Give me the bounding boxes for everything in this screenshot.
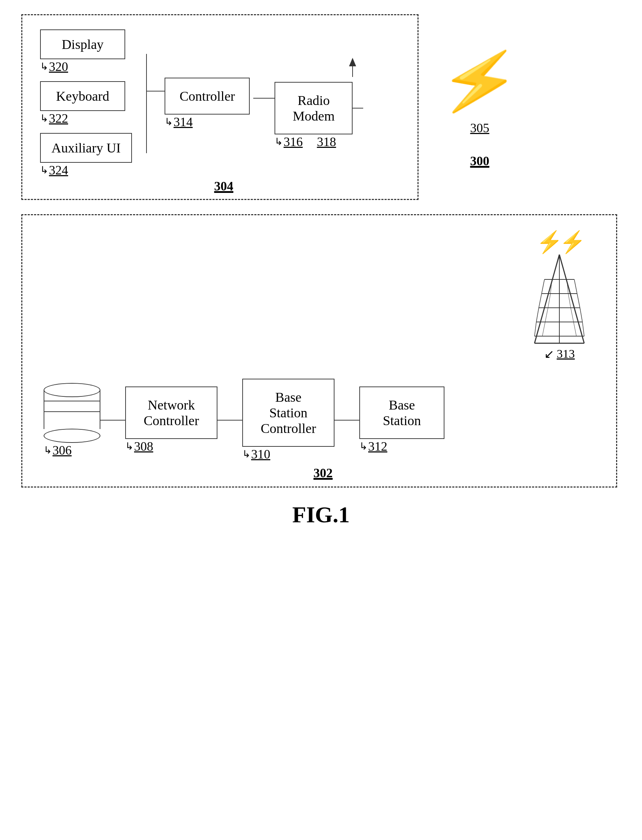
network-controller-wrapper: NetworkController ↳ 308 xyxy=(125,387,217,454)
bsc-box: BaseStationController xyxy=(242,379,334,447)
svg-line-15 xyxy=(582,322,584,336)
bs-wrapper: BaseStation ↳ 312 xyxy=(359,387,444,454)
keyboard-label: Keyboard xyxy=(56,89,109,104)
antenna-area xyxy=(274,58,363,81)
cell-tower-group: ⚡⚡ xyxy=(524,230,595,361)
svg-line-9 xyxy=(539,294,541,308)
bottom-section: ⚡⚡ xyxy=(21,214,621,487)
bs-box: BaseStation xyxy=(359,387,444,439)
keyboard-box: Keyboard xyxy=(40,81,125,111)
drum-line2 xyxy=(44,411,100,412)
left-connector-area xyxy=(146,43,147,164)
network-controller-box: NetworkController xyxy=(125,387,217,439)
auxiliary-label: Auxiliary UI xyxy=(52,141,121,155)
server-drum-icon xyxy=(44,383,101,443)
bs-label: BaseStation xyxy=(383,398,421,428)
keyboard-number: ↳322 xyxy=(40,111,68,126)
top-section: Display ↳320 Keyboard ↳322 xyxy=(21,14,621,200)
nc-to-bsc-connector xyxy=(217,420,242,421)
bottom-content: ⚡⚡ xyxy=(44,230,595,462)
modem-number: ↳316 xyxy=(274,134,303,149)
server-to-nc-connector xyxy=(101,420,125,421)
tower-area: ⚡⚡ xyxy=(44,230,595,361)
svg-line-20 xyxy=(545,308,548,322)
top-box-inner: Display ↳320 Keyboard ↳322 xyxy=(40,29,400,178)
page-container: Display ↳320 Keyboard ↳322 xyxy=(0,0,642,840)
h-connector-to-controller xyxy=(147,91,165,91)
drum-line1 xyxy=(44,401,100,401)
svg-line-21 xyxy=(571,308,574,322)
display-label: Display xyxy=(62,37,104,52)
drum-bottom xyxy=(44,429,101,443)
network-controller-label: NetworkController xyxy=(144,398,199,428)
svg-line-14 xyxy=(580,308,582,322)
antenna xyxy=(349,58,356,77)
figure-caption: FIG.1 xyxy=(292,502,350,528)
wireless-signal-icon: ⚡ xyxy=(435,43,525,120)
network-row: ↳ 306 NetworkController ↳ 308 xyxy=(44,379,444,462)
antenna-number: 318 xyxy=(317,134,336,149)
bsc-to-bs-connector xyxy=(334,420,359,421)
bsc-number: ↳ 310 xyxy=(242,447,270,462)
box-304-label: 304 xyxy=(214,177,233,194)
server-wrapper: ↳ 306 xyxy=(44,383,101,458)
radio-modem-label: RadioModem xyxy=(293,93,334,123)
nc-number: ↳ 308 xyxy=(125,439,153,454)
svg-line-1 xyxy=(559,254,584,343)
network-box-302: ⚡⚡ xyxy=(21,214,617,487)
device-box-304: Display ↳320 Keyboard ↳322 xyxy=(21,14,418,200)
vertical-bracket-line xyxy=(146,54,147,153)
auxiliary-wrapper: Auxiliary UI ↳324 xyxy=(40,133,132,178)
outer-300-label: 300 xyxy=(470,150,490,169)
auxiliary-box: Auxiliary UI xyxy=(40,133,132,163)
svg-line-8 xyxy=(541,279,545,294)
antenna-triangle-icon xyxy=(349,58,356,66)
box-302-label: 302 xyxy=(314,464,333,481)
controller-wrapper: Controller ↳314 xyxy=(165,78,250,129)
cell-tower-svg xyxy=(524,251,595,350)
wireless-number: 305 xyxy=(470,121,490,136)
svg-line-12 xyxy=(574,279,577,294)
controller-number: ↳314 xyxy=(165,115,193,129)
auxiliary-number: ↳324 xyxy=(40,163,68,178)
modem-numbers-row: ↳316 318 xyxy=(274,134,336,149)
controller-box: Controller xyxy=(165,78,250,115)
radio-modem-wrapper: RadioModem ↳316 318 xyxy=(274,58,363,149)
display-number: ↳320 xyxy=(40,59,68,74)
svg-line-13 xyxy=(577,294,580,308)
svg-line-11 xyxy=(535,322,536,336)
keyboard-wrapper: Keyboard ↳322 xyxy=(40,81,132,126)
drum-top xyxy=(44,383,101,397)
controller-label: Controller xyxy=(180,89,235,104)
tower-313-label: ↙ 313 xyxy=(544,347,575,361)
bsc-wrapper: BaseStationController ↳ 310 xyxy=(242,379,334,462)
svg-line-10 xyxy=(536,308,539,322)
radio-modem-box: RadioModem xyxy=(274,82,353,134)
modem-antenna-hline xyxy=(353,108,363,108)
svg-line-22 xyxy=(542,322,545,336)
antenna-line-icon xyxy=(352,66,353,77)
bs-number: ↳ 312 xyxy=(359,439,387,454)
wireless-area: ⚡ 305 300 xyxy=(440,14,520,169)
left-components: Display ↳320 Keyboard ↳322 xyxy=(40,29,132,178)
svg-line-23 xyxy=(574,322,576,336)
display-box: Display xyxy=(40,29,125,59)
display-wrapper: Display ↳320 xyxy=(40,29,132,74)
bsc-label: BaseStationController xyxy=(261,390,316,436)
svg-line-0 xyxy=(535,254,559,343)
modem-row: RadioModem xyxy=(274,82,363,134)
server-number: ↳ 306 xyxy=(44,443,71,458)
ctrl-to-modem-connector xyxy=(253,98,274,99)
